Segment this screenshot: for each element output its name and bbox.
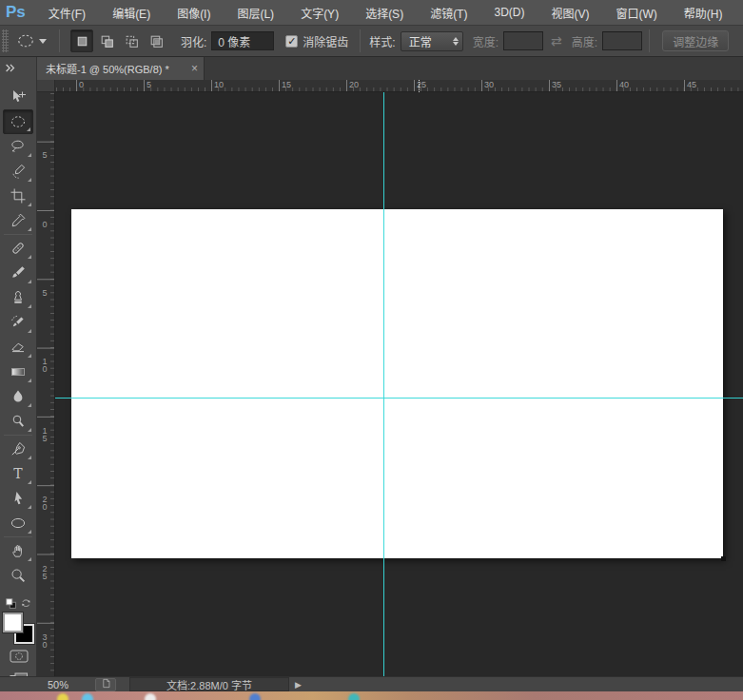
photoshop-window: Ps 文件(F)编辑(E)图像(I)图层(L)文字(Y)选择(S)滤镜(T)3D… [0,0,743,700]
eraser-tool[interactable] [3,335,33,360]
crop-tool[interactable] [3,184,33,208]
menu-item[interactable]: 文字(Y) [287,0,352,25]
menu-item[interactable]: 图层(L) [224,0,287,25]
elliptical-marquee-tool[interactable] [3,109,33,134]
refine-edge-button[interactable]: 调整边缘 [662,30,729,51]
menu-item[interactable]: 选择(S) [352,0,417,25]
hand-tool[interactable] [3,538,33,563]
ruler-corner[interactable] [37,80,55,92]
clone-stamp-tool[interactable] [3,285,33,310]
subtract-from-selection-button[interactable] [120,29,143,52]
options-bar: 羽化: ✓ 消除锯齿 样式: 正常 宽度: ⇄ 高度: 调整边缘 [0,26,743,57]
gradient-tool[interactable] [3,360,33,384]
mini-color-controls [5,596,33,611]
ruler-cursor-marker [419,80,420,92]
menu-item[interactable]: 文件(F) [35,0,99,25]
eyedropper-tool[interactable] [3,208,33,233]
ruler-label: 10 [214,80,224,89]
ruler-label: 25 [40,564,49,579]
document-canvas[interactable] [71,209,723,558]
history-brush-tool[interactable] [3,310,33,335]
menu-item[interactable]: 窗口(W) [602,0,670,25]
main-area: T 051015202530354045 5051015202530 [0,80,743,676]
add-to-selection-button[interactable] [95,29,118,52]
pen-tool[interactable] [3,437,33,461]
dodge-tool[interactable] [3,409,33,434]
foreground-color-swatch[interactable] [3,612,23,632]
horizontal-guide[interactable] [55,398,743,399]
feather-label: 羽化: [181,33,206,49]
ruler-label: 15 [40,426,49,441]
status-icon-button[interactable] [95,678,116,691]
intersect-selection-button[interactable] [145,29,167,52]
ruler-label: 5 [40,288,49,296]
pasteboard[interactable] [55,92,743,676]
lasso-tool[interactable] [3,134,33,159]
tool-preset-picker[interactable] [16,31,47,50]
ruler-label: 45 [687,80,696,89]
taskbar-icon[interactable] [57,693,68,700]
horizontal-ruler[interactable]: 051015202530354045 [55,80,743,92]
document-status-icon [101,678,111,690]
toolbox-separator [4,234,32,235]
blur-tool[interactable] [3,384,33,409]
toolbox-separator [4,536,32,537]
ellipse-shape-tool[interactable] [3,511,33,535]
menu-item[interactable]: 滤镜(T) [417,0,480,25]
quick-selection-tool[interactable] [3,159,33,184]
move-tool[interactable] [3,85,33,109]
canvas-resize-handle [721,556,726,561]
menu-item[interactable]: 编辑(E) [99,0,164,25]
antialias-label: 消除锯齿 [303,33,348,49]
separator [360,29,361,52]
menu-items: 文件(F)编辑(E)图像(I)图层(L)文字(Y)选择(S)滤镜(T)3D(D)… [35,0,736,25]
taskbar-icon[interactable] [145,693,156,700]
toolbar-collapse-button[interactable] [0,57,37,80]
default-colors-icon[interactable] [5,597,18,611]
swap-colors-icon[interactable] [20,596,33,610]
elliptical-marquee-icon [16,31,35,50]
swap-dimensions-icon[interactable]: ⇄ [551,33,562,49]
brush-tool[interactable] [3,261,33,285]
taskbar-icon[interactable] [82,693,93,700]
vertical-guide[interactable] [383,92,384,676]
menu-item[interactable]: 图像(I) [164,0,224,25]
taskbar-icon[interactable] [249,693,261,700]
options-bar-grip[interactable] [2,29,9,52]
document-info[interactable]: 文档:2.88M/0 字节 [129,677,289,691]
ruler-label: 5 [40,150,49,158]
height-input[interactable] [602,31,642,50]
quick-mask-icon [10,650,29,667]
selection-mode-group [70,29,167,52]
horizontal-type-tool[interactable]: T [3,461,33,486]
close-icon[interactable]: × [191,63,198,74]
color-swatches [3,612,34,644]
toolbox-separator [4,435,32,436]
ruler-label: 30 [484,80,494,89]
menu-item[interactable]: 3D(D) [480,0,538,25]
path-selection-tool[interactable] [3,486,33,511]
style-label: 样式: [369,33,395,49]
status-bar: 50% 文档:2.88M/0 字节 ▶ [0,676,743,691]
taskbar-icon[interactable] [348,693,360,700]
zoom-level-field[interactable]: 50% [48,679,82,690]
vertical-ruler[interactable]: 5051015202530 [37,92,55,676]
windows-taskbar[interactable] [0,691,743,700]
spot-healing-brush-tool[interactable] [3,236,33,261]
photoshop-logo: Ps [0,3,35,22]
width-input[interactable] [503,31,543,50]
style-select[interactable]: 正常 [401,31,463,51]
status-expand-icon[interactable]: ▶ [295,680,302,690]
quick-mask-button[interactable] [7,650,31,667]
document-tab[interactable]: 未标题-1 @ 50%(RGB/8) * × [37,57,205,80]
ruler-label: 5 [147,80,151,89]
menu-item[interactable]: 视图(V) [538,0,602,25]
feather-input[interactable] [211,31,274,50]
zoom-tool[interactable] [3,563,33,588]
antialias-checkbox[interactable]: ✓ [285,35,298,48]
svg-text:T: T [13,466,23,481]
menu-item[interactable]: 帮助(H) [671,0,736,25]
ruler-label: 20 [40,495,49,510]
ruler-label: 0 [40,220,49,227]
new-selection-button[interactable] [70,29,93,52]
